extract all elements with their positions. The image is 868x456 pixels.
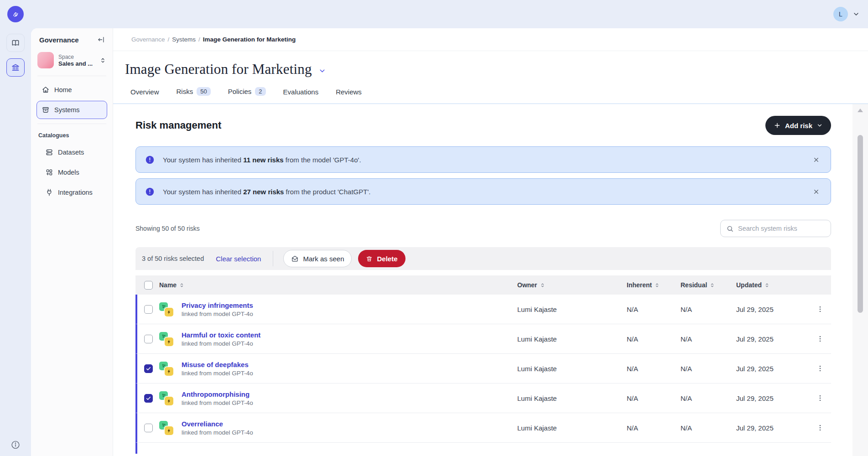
sort-icon	[764, 283, 769, 288]
risk-name-link[interactable]: Anthropomorphising	[182, 390, 253, 398]
library-rail-button[interactable]	[6, 34, 25, 52]
risk-type-icon	[159, 421, 173, 435]
space-avatar	[37, 52, 54, 68]
risk-linked-source: linked from model GPT-4o	[182, 429, 253, 436]
icon-rail	[0, 28, 31, 456]
risk-name-link[interactable]: Overreliance	[182, 420, 253, 428]
updated-cell: Jul 29, 2025	[736, 424, 809, 432]
alert-text: Your system has inherited 11 new risks f…	[163, 156, 811, 164]
lightning-icon	[165, 426, 173, 435]
lightning-icon	[165, 367, 173, 376]
owner-cell: Lumi Kajaste	[517, 306, 627, 313]
breadcrumb-separator: /	[198, 36, 200, 43]
sidebar-item-models[interactable]: Models	[36, 163, 107, 181]
mark-as-seen-button[interactable]: Mark as seen	[283, 250, 352, 267]
tab-label: Risks	[177, 88, 193, 95]
risk-name-link[interactable]: Harmful or toxic content	[182, 331, 260, 339]
inherent-cell: N/A	[627, 335, 681, 343]
datasets-icon	[45, 148, 53, 156]
residual-cell: N/A	[681, 365, 736, 373]
row-checkbox[interactable]	[144, 305, 153, 314]
table-row[interactable]: Anthropomorphising linked from model GPT…	[135, 383, 831, 413]
column-header-name[interactable]: Name	[159, 281, 517, 289]
tab[interactable]: Risks 50	[176, 87, 212, 104]
sort-icon	[710, 283, 715, 288]
column-header-residual[interactable]: Residual	[681, 281, 736, 289]
toolbar-divider	[273, 251, 273, 266]
select-all-checkbox[interactable]	[144, 281, 153, 290]
tab[interactable]: Overview	[130, 88, 160, 104]
row-menu-kebab-icon[interactable]	[809, 394, 831, 402]
breadcrumb-governance[interactable]: Governance	[131, 36, 165, 43]
updated-cell: Jul 29, 2025	[736, 365, 809, 373]
updated-cell: Jul 29, 2025	[736, 335, 809, 343]
column-header-inherent[interactable]: Inherent	[627, 281, 681, 289]
breadcrumb-systems[interactable]: Systems	[172, 36, 196, 43]
collapse-sidebar-icon[interactable]	[97, 36, 105, 44]
row-checkbox[interactable]	[144, 424, 153, 432]
risk-name-link[interactable]: Misuse of deepfakes	[182, 361, 253, 368]
inherent-cell: N/A	[627, 394, 681, 402]
sidebar-item-integrations[interactable]: Integrations	[36, 183, 107, 202]
column-header-owner[interactable]: Owner	[517, 281, 627, 289]
row-menu-kebab-icon[interactable]	[809, 305, 831, 313]
add-risk-button[interactable]: Add risk	[765, 116, 831, 135]
row-menu-kebab-icon[interactable]	[809, 364, 831, 373]
add-risk-label: Add risk	[785, 122, 812, 130]
table-row[interactable]: Harmful or toxic content linked from mod…	[135, 324, 831, 354]
close-icon[interactable]	[811, 155, 821, 165]
search-input[interactable]	[738, 225, 825, 232]
row-menu-kebab-icon[interactable]	[809, 424, 831, 432]
scrollbar-thumb[interactable]	[858, 135, 863, 313]
close-icon[interactable]	[811, 187, 821, 197]
risk-type-icon	[159, 302, 173, 316]
alert-text: Your system has inherited 27 new risks f…	[163, 188, 811, 196]
title-chevron-down-icon[interactable]	[318, 67, 326, 75]
sidebar-title: Governance	[39, 36, 79, 44]
table-row[interactable]: Misuse of deepfakes linked from model GP…	[135, 354, 831, 383]
chevron-down-icon[interactable]	[852, 10, 860, 18]
info-icon[interactable]	[11, 440, 21, 450]
delete-button[interactable]: Delete	[358, 250, 405, 267]
sidebar-item-datasets[interactable]: Datasets	[36, 143, 107, 161]
table-row[interactable]: Overreliance linked from model GPT-4o Lu…	[135, 413, 831, 443]
tab-label: Evaluations	[283, 88, 319, 96]
tab-label: Overview	[130, 88, 159, 96]
scrollbar-track[interactable]	[852, 104, 868, 456]
sort-icon	[179, 283, 184, 288]
book-icon	[11, 38, 20, 47]
account-menu[interactable]: L	[833, 7, 860, 21]
row-checkbox[interactable]	[144, 335, 153, 343]
section-heading: Risk management	[135, 119, 221, 131]
column-header-updated[interactable]: Updated	[736, 281, 809, 289]
delete-label: Delete	[377, 255, 397, 263]
search-box[interactable]	[720, 220, 831, 237]
governance-rail-button[interactable]	[6, 58, 25, 77]
risk-name-link[interactable]: Privacy infringements	[182, 301, 253, 309]
residual-cell: N/A	[681, 394, 736, 402]
tab[interactable]: Reviews	[335, 88, 363, 104]
table-body: Privacy infringements linked from model …	[135, 295, 831, 443]
row-menu-kebab-icon[interactable]	[809, 335, 831, 343]
sidebar-item-home[interactable]: Home	[36, 81, 107, 99]
sidebar-item-systems[interactable]: Systems	[36, 101, 107, 119]
scroll-up-arrow[interactable]	[858, 109, 863, 112]
bank-icon	[11, 63, 20, 72]
inherent-cell: N/A	[627, 424, 681, 432]
systems-icon	[42, 106, 50, 114]
app-logo[interactable]	[7, 6, 24, 22]
avatar[interactable]: L	[833, 7, 848, 21]
breadcrumb-separator: /	[168, 36, 170, 43]
space-switcher[interactable]: Space Sales and ...	[36, 50, 107, 75]
row-checkbox[interactable]	[144, 364, 153, 373]
tab[interactable]: Evaluations	[282, 88, 320, 104]
row-checkbox[interactable]	[144, 394, 153, 403]
search-icon	[726, 225, 734, 233]
tab[interactable]: Policies 2	[227, 87, 267, 104]
mark-as-seen-label: Mark as seen	[303, 255, 344, 263]
breadcrumb-current: Image Generation for Marketing	[203, 36, 296, 43]
risk-type-icon	[159, 391, 173, 405]
table-row[interactable]: Privacy infringements linked from model …	[135, 295, 831, 324]
space-switcher-name: Sales and ...	[58, 60, 95, 67]
clear-selection-link[interactable]: Clear selection	[216, 255, 261, 263]
